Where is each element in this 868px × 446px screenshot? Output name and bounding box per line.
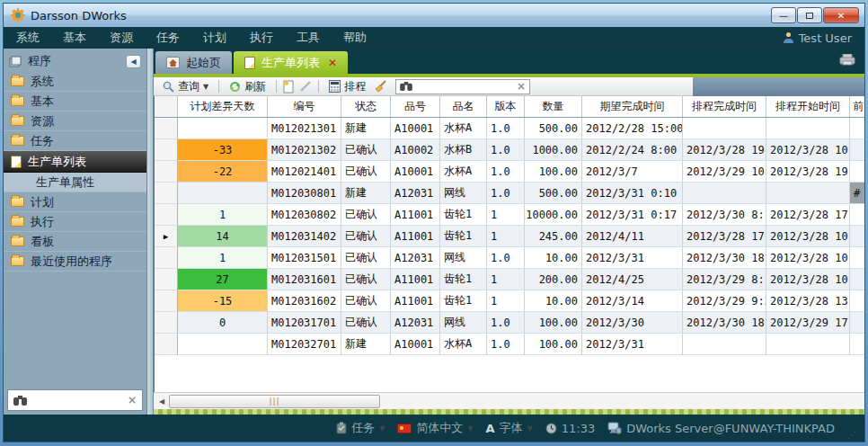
tab-close-icon[interactable]: ✕ [328, 57, 337, 69]
tab-home[interactable]: 起始页 [155, 51, 232, 74]
sidebar-item-1[interactable]: 基本 [4, 92, 146, 112]
font-dropdown-icon[interactable]: ▼ [527, 424, 533, 433]
query-button[interactable]: 查询 ▼ [159, 78, 212, 95]
table-row[interactable]: M012021301新建A10001水杯A1.0500.002012/2/28 … [155, 118, 864, 139]
horizontal-scrollbar[interactable]: ◀ ||| [154, 392, 864, 409]
status-font-menu[interactable]: A 字体 ▼ [485, 420, 532, 436]
table-row[interactable]: 0M012031701已确认A12031网线1.0100.002012/3/30… [155, 312, 864, 334]
menu-item-6[interactable]: 工具 [297, 31, 320, 44]
sidebar-item-6[interactable]: 计划 [4, 192, 146, 212]
cell-extra [850, 118, 864, 139]
table-row[interactable]: M012032701新建A10001水杯A1.0100.002012/3/31 [155, 334, 864, 355]
user-indicator[interactable]: Test User [783, 31, 852, 45]
column-header-item[interactable]: 品号 [391, 96, 440, 117]
sidebar-item-4[interactable]: 生产单列表 [4, 151, 146, 173]
sidebar-item-5[interactable]: 生产单属性 [4, 173, 146, 192]
column-header-qty[interactable]: 数量 [525, 96, 582, 117]
language-dropdown-icon[interactable]: ▼ [467, 424, 473, 433]
cell-value: 2012/4/25 [586, 273, 644, 286]
row-selector-cell[interactable] [155, 139, 178, 161]
row-selector-cell[interactable] [155, 334, 178, 355]
calculator-icon [329, 80, 341, 93]
query-dropdown-icon[interactable]: ▼ [203, 83, 208, 91]
resize-grip[interactable]: ⋰ [847, 430, 857, 442]
new-item-icon[interactable] [283, 80, 295, 94]
column-header-status[interactable]: 状态 [341, 96, 391, 117]
column-header-sched_end[interactable]: 排程完成时间 [683, 96, 766, 117]
tab-production-order-list[interactable]: 生产单列表 ✕ [234, 51, 348, 74]
menu-item-0[interactable]: 系统 [16, 31, 40, 44]
column-header-due[interactable]: 期望完成时间 [582, 96, 683, 117]
column-header-extra[interactable]: 前 [850, 96, 864, 117]
sidebar-splitter[interactable] [147, 49, 154, 415]
sidebar-item-2[interactable]: 资源 [4, 112, 146, 131]
row-selector-cell[interactable] [155, 247, 178, 269]
column-header-sched_start[interactable]: 排程开始时间 [766, 96, 850, 117]
cell-value: 2012/3/31 0:17 [586, 209, 677, 221]
cell-value: 已确认 [345, 142, 377, 157]
table-row[interactable]: 27M012031601已确认A11001齿轮11200.002012/4/25… [155, 269, 864, 290]
broom-icon[interactable] [374, 80, 387, 93]
row-selector-cell[interactable] [155, 204, 178, 226]
cell-value: 2012/3/28 19:10 [686, 144, 766, 156]
menu-item-7[interactable]: 帮助 [343, 31, 367, 44]
menu-item-4[interactable]: 计划 [203, 31, 226, 44]
column-header-selector[interactable] [155, 96, 178, 117]
row-selector-cell[interactable] [155, 312, 178, 334]
status-language-menu[interactable]: 简体中文 ▼ [397, 420, 473, 436]
table-row[interactable]: -22M012021401已确认A10001水杯A1.0100.002012/3… [155, 161, 864, 183]
row-selector-cell[interactable]: ▶ [155, 226, 178, 247]
sidebar-item-8[interactable]: 看板 [4, 232, 146, 252]
row-selector-cell[interactable] [155, 290, 178, 312]
printer-icon[interactable] [839, 54, 855, 66]
sidebar-item-9[interactable]: 最近使用的程序 [4, 252, 146, 272]
scroll-left-icon[interactable]: ◀ [155, 395, 169, 408]
column-header-diff[interactable]: 计划差异天数 [178, 96, 268, 117]
collapse-sidebar-button[interactable]: ◀ [126, 55, 141, 68]
cell-value: 2012/3/30 [586, 317, 644, 329]
row-selector-cell[interactable] [155, 269, 178, 290]
table-row[interactable]: ▶14M012031402已确认A11001齿轮11245.002012/4/1… [155, 226, 864, 247]
scrollbar-thumb[interactable]: ||| [169, 395, 380, 408]
cell-value: -15 [213, 295, 233, 308]
cell-code: M012031501 [268, 247, 341, 269]
table-row[interactable]: 1M012031501已确认A12031网线1.010.002012/3/312… [155, 247, 864, 269]
row-selector-cell[interactable] [155, 161, 178, 183]
maximize-button[interactable] [797, 7, 822, 23]
sidebar-search-clear-icon[interactable]: × [128, 395, 137, 406]
sidebar-search-box[interactable]: × [7, 389, 143, 411]
cell-qty: 500.00 [525, 118, 582, 139]
cell-value: 1 [491, 295, 497, 308]
edit-icon[interactable] [299, 80, 312, 93]
status-task-menu[interactable]: 任务 ▼ [336, 420, 385, 436]
menu-item-1[interactable]: 基本 [63, 31, 86, 44]
sidebar-item-0[interactable]: 系统 [4, 72, 146, 92]
minimize-button[interactable]: — [771, 7, 796, 23]
cell-diff: 1 [178, 204, 268, 226]
sidebar-item-3[interactable]: 任务 [4, 131, 146, 151]
task-dropdown-icon[interactable]: ▼ [379, 424, 385, 433]
table-row[interactable]: -33M012021302已确认A10002水杯B1.01000.002012/… [155, 139, 864, 161]
schedule-button[interactable]: 排程 [325, 78, 369, 95]
menu-item-5[interactable]: 执行 [250, 31, 273, 44]
table-row[interactable]: M012030801新建A12031网线1.0500.002012/3/31 0… [155, 183, 864, 204]
table-row[interactable]: -15M012031602已确认A11001齿轮1110.002012/3/14… [155, 290, 864, 312]
close-button[interactable]: ✕ [823, 7, 859, 23]
cell-diff [178, 118, 268, 139]
cell-value: 2012/3/29 17:46 [770, 317, 850, 329]
column-header-ver[interactable]: 版本 [487, 96, 525, 117]
sidebar-item-7[interactable]: 执行 [4, 212, 146, 232]
cell-value: 2012/3/29 9:20 [686, 295, 766, 308]
column-header-code[interactable]: 编号 [268, 96, 341, 117]
column-header-name[interactable]: 品名 [440, 96, 487, 117]
row-selector-cell[interactable] [155, 183, 178, 204]
table-row[interactable]: 1M012030802已确认A11001齿轮1110000.002012/3/3… [155, 204, 864, 226]
cell-value: 1.0 [491, 252, 510, 264]
menu-item-3[interactable]: 任务 [156, 31, 180, 44]
table-filter-box[interactable]: × [395, 79, 530, 94]
filter-clear-icon[interactable]: × [517, 81, 526, 92]
menu-item-2[interactable]: 资源 [110, 31, 133, 44]
row-selector-cell[interactable] [155, 118, 178, 139]
refresh-button[interactable]: 刷新 [226, 78, 270, 95]
cell-ver: 1.0 [487, 312, 525, 334]
